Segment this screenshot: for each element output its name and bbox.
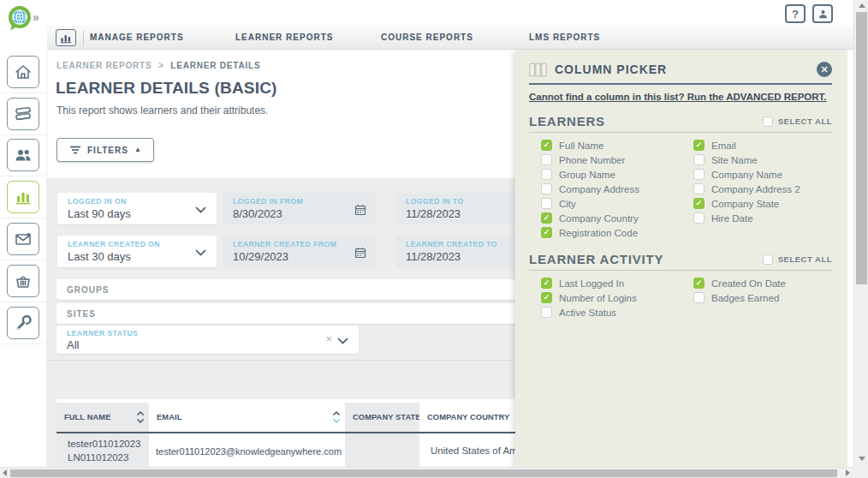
- column-option-registration-code[interactable]: Registration Code: [541, 225, 693, 240]
- learner-created-from-datefield[interactable]: LEARNER CREATED FROM 10/29/2023: [223, 236, 377, 267]
- close-icon[interactable]: ✕: [817, 62, 832, 77]
- store-icon: [13, 271, 33, 291]
- checked-checkbox-icon[interactable]: [541, 278, 552, 289]
- column-option-company-address-2[interactable]: Company Address 2: [693, 182, 851, 196]
- library-icon: [13, 104, 33, 124]
- unchecked-checkbox-icon[interactable]: [693, 183, 705, 194]
- logged-in-from-datefield[interactable]: LOGGED IN FROM 8/30/2023: [223, 193, 377, 224]
- column-option-company-name[interactable]: Company Name: [693, 167, 851, 182]
- column-option-company-country[interactable]: Company Country: [541, 211, 693, 225]
- results-table: FULL NAMEEMAILCOMPANY STATECOMPANY COUNT…: [56, 399, 515, 467]
- report-nav: MANAGE REPORTSLEARNER REPORTSCOURSE REPO…: [47, 26, 853, 50]
- breadcrumb: LEARNER REPORTS > LEARNER DETAILS: [56, 61, 260, 70]
- vertical-scrollbar-thumb[interactable]: [856, 12, 867, 284]
- unchecked-checkbox-icon[interactable]: [763, 117, 773, 127]
- checked-checkbox-icon[interactable]: [541, 292, 552, 303]
- unchecked-checkbox-icon[interactable]: [693, 154, 705, 165]
- logged-in-on-dropdown[interactable]: LOGGED IN ON Last 90 days: [57, 193, 217, 224]
- column-option-email[interactable]: Email: [693, 138, 851, 152]
- expand-chevrons-icon[interactable]: »: [33, 10, 39, 24]
- column-option-company-address[interactable]: Company Address: [541, 182, 693, 196]
- column-option-group-name[interactable]: Group Name: [541, 167, 693, 182]
- field-value: Last 30 days: [68, 250, 206, 263]
- column-header-full-name[interactable]: FULL NAME: [56, 403, 149, 432]
- sort-icon[interactable]: [332, 410, 341, 424]
- field-label: LEARNER CREATED ON: [68, 240, 206, 248]
- sort-icon[interactable]: [136, 410, 145, 424]
- scroll-right-icon[interactable]: [846, 469, 850, 476]
- unchecked-checkbox-icon[interactable]: [541, 183, 552, 194]
- table-row: tester011012023 LN011012023tester0110120…: [56, 433, 515, 467]
- help-button[interactable]: ?: [785, 4, 806, 23]
- column-option-active-status[interactable]: Active Status: [541, 305, 693, 320]
- column-option-badges-earned[interactable]: Badges Earned: [693, 290, 851, 305]
- scroll-down-icon[interactable]: [859, 457, 865, 461]
- nav-item-lms-reports[interactable]: LMS REPORTS: [529, 26, 600, 50]
- advanced-report-link[interactable]: Cannot find a column in this list? Run t…: [529, 92, 827, 102]
- column-option-phone-number[interactable]: Phone Number: [541, 152, 693, 167]
- groups-field[interactable]: GROUPS: [56, 279, 515, 300]
- column-option-label: Number of Logins: [559, 293, 637, 303]
- horizontal-scrollbar[interactable]: [0, 467, 853, 478]
- column-option-created-on-date[interactable]: Created On Date: [693, 276, 851, 290]
- column-option-full-name[interactable]: Full Name: [541, 138, 693, 152]
- nav-item-learner-reports[interactable]: LEARNER REPORTS: [235, 26, 333, 50]
- messages-icon: [13, 229, 33, 249]
- unchecked-checkbox-icon[interactable]: [541, 307, 552, 318]
- sites-field[interactable]: SITES: [56, 303, 515, 324]
- checked-checkbox-icon[interactable]: [541, 140, 552, 151]
- column-option-last-logged-in[interactable]: Last Logged In: [541, 276, 693, 290]
- unchecked-checkbox-icon[interactable]: [693, 212, 705, 224]
- column-header-company-state[interactable]: COMPANY STATE: [345, 403, 419, 432]
- filters-toggle-button[interactable]: FILTERS ▲: [56, 138, 154, 162]
- column-option-number-of-logins[interactable]: Number of Logins: [541, 290, 693, 305]
- vertical-scrollbar[interactable]: [853, 0, 868, 467]
- column-option-hire-date[interactable]: Hire Date: [693, 211, 851, 225]
- sidebar-item-reports[interactable]: [7, 181, 39, 213]
- horizontal-scrollbar-thumb[interactable]: [10, 469, 837, 477]
- clear-icon[interactable]: ×: [325, 332, 332, 345]
- scroll-left-icon[interactable]: [3, 469, 7, 476]
- logged-in-to-datefield[interactable]: LOGGED IN TO 11/28/2023: [395, 193, 515, 224]
- column-option-label: Company Country: [559, 213, 639, 224]
- select-all-learner-activity[interactable]: SELECT ALL: [763, 254, 832, 265]
- unchecked-checkbox-icon[interactable]: [541, 169, 552, 180]
- calendar-icon[interactable]: [354, 204, 366, 216]
- checked-checkbox-icon[interactable]: [693, 140, 705, 151]
- column-option-site-name[interactable]: Site Name: [693, 152, 851, 167]
- learner-status-dropdown[interactable]: LEARNER STATUS All ×: [56, 326, 359, 354]
- calendar-icon[interactable]: [354, 247, 366, 259]
- select-all-label: SELECT ALL: [778, 117, 832, 126]
- sidebar-item-store[interactable]: [7, 265, 39, 297]
- nav-item-manage-reports[interactable]: MANAGE REPORTS: [90, 26, 184, 50]
- checked-checkbox-icon[interactable]: [693, 278, 705, 289]
- sidebar-item-messages[interactable]: [7, 223, 39, 255]
- column-option-city[interactable]: City: [541, 196, 693, 211]
- select-all-learners[interactable]: SELECT ALL: [763, 117, 832, 127]
- sidebar-item-library[interactable]: [7, 98, 39, 130]
- column-header-company-country[interactable]: COMPANY COUNTRY: [419, 403, 515, 432]
- column-option-company-state[interactable]: Company State: [693, 196, 851, 211]
- breadcrumb-parent[interactable]: LEARNER REPORTS: [56, 61, 152, 70]
- checked-checkbox-icon[interactable]: [541, 212, 552, 224]
- unchecked-checkbox-icon[interactable]: [541, 198, 552, 209]
- unchecked-checkbox-icon[interactable]: [693, 292, 705, 303]
- scroll-up-icon[interactable]: [859, 3, 865, 8]
- unchecked-checkbox-icon[interactable]: [763, 254, 773, 265]
- chevron-down-icon[interactable]: [337, 338, 348, 344]
- account-button[interactable]: [812, 4, 833, 23]
- sidebar-item-home[interactable]: [7, 56, 39, 88]
- scrollbar-corner: [853, 467, 868, 478]
- learner-created-to-datefield[interactable]: LEARNER CREATED TO 11/28/2023: [395, 236, 515, 267]
- learner-created-on-dropdown[interactable]: LEARNER CREATED ON Last 30 days: [57, 236, 217, 267]
- unchecked-checkbox-icon[interactable]: [541, 154, 552, 165]
- unchecked-checkbox-icon[interactable]: [693, 169, 705, 180]
- checked-checkbox-icon[interactable]: [693, 198, 705, 209]
- sidebar-item-learners[interactable]: [7, 139, 39, 171]
- checked-checkbox-icon[interactable]: [541, 227, 552, 238]
- column-header-email[interactable]: EMAIL: [149, 403, 345, 432]
- logo-globe-icon[interactable]: [6, 4, 33, 35]
- section-header-learners: LEARNERSSELECT ALL: [529, 114, 832, 133]
- nav-item-course-reports[interactable]: COURSE REPORTS: [381, 26, 473, 50]
- sidebar-item-tools[interactable]: [7, 307, 39, 339]
